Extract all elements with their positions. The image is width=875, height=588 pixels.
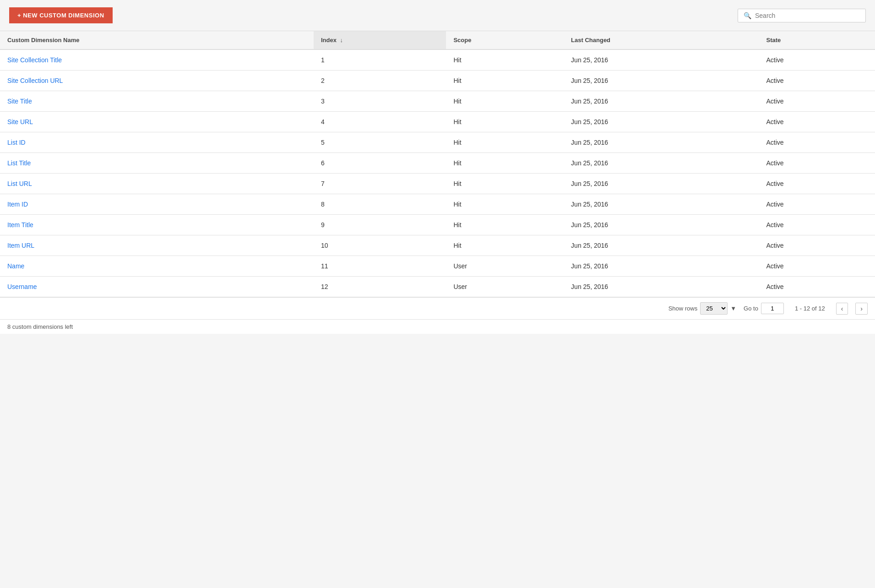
dimension-name-link[interactable]: Site URL	[7, 118, 33, 125]
row-name-cell: Site Title	[0, 91, 314, 112]
next-page-button[interactable]: ›	[855, 303, 868, 315]
row-last-changed-cell: Jun 25, 2016	[564, 71, 759, 91]
goto-input[interactable]	[761, 303, 784, 314]
row-index-cell: 11	[314, 256, 446, 277]
row-index-cell: 7	[314, 174, 446, 194]
dimension-name-link[interactable]: Item ID	[7, 201, 28, 208]
row-scope-cell: Hit	[446, 91, 564, 112]
table-row: Site Title3HitJun 25, 2016Active	[0, 91, 875, 112]
table-row: List ID5HitJun 25, 2016Active	[0, 132, 875, 153]
row-last-changed-cell: Jun 25, 2016	[564, 277, 759, 297]
toolbar: + NEW CUSTOM DIMENSION 🔍	[0, 0, 875, 31]
row-name-cell: Item URL	[0, 235, 314, 256]
row-state-cell: Active	[759, 215, 875, 235]
search-input[interactable]	[755, 12, 860, 19]
row-scope-cell: Hit	[446, 71, 564, 91]
col-header-name: Custom Dimension Name	[0, 31, 314, 49]
dimension-name-link[interactable]: Item Title	[7, 221, 33, 229]
row-index-cell: 8	[314, 194, 446, 215]
dimension-name-link[interactable]: Name	[7, 262, 24, 270]
row-scope-cell: Hit	[446, 112, 564, 132]
table-row: Item URL10HitJun 25, 2016Active	[0, 235, 875, 256]
row-last-changed-cell: Jun 25, 2016	[564, 256, 759, 277]
row-name-cell: Username	[0, 277, 314, 297]
row-scope-cell: Hit	[446, 153, 564, 174]
row-index-cell: 1	[314, 49, 446, 71]
row-last-changed-cell: Jun 25, 2016	[564, 112, 759, 132]
new-custom-dimension-button[interactable]: + NEW CUSTOM DIMENSION	[9, 7, 113, 23]
row-scope-cell: Hit	[446, 174, 564, 194]
custom-dimensions-table: Custom Dimension Name Index ↓ Scope Last…	[0, 31, 875, 297]
row-state-cell: Active	[759, 174, 875, 194]
status-bar: 8 custom dimensions left	[0, 319, 875, 334]
goto-section: Go to	[744, 303, 784, 314]
row-index-cell: 10	[314, 235, 446, 256]
dimension-name-link[interactable]: List ID	[7, 139, 26, 146]
row-name-cell: Site Collection Title	[0, 49, 314, 71]
row-scope-cell: Hit	[446, 132, 564, 153]
row-scope-cell: Hit	[446, 194, 564, 215]
table-row: List URL7HitJun 25, 2016Active	[0, 174, 875, 194]
row-last-changed-cell: Jun 25, 2016	[564, 91, 759, 112]
row-state-cell: Active	[759, 194, 875, 215]
table-row: Site URL4HitJun 25, 2016Active	[0, 112, 875, 132]
row-scope-cell: Hit	[446, 215, 564, 235]
row-name-cell: List ID	[0, 132, 314, 153]
table-row: Item Title9HitJun 25, 2016Active	[0, 215, 875, 235]
dimension-name-link[interactable]: Item URL	[7, 242, 34, 249]
row-scope-cell: User	[446, 256, 564, 277]
row-name-cell: Name	[0, 256, 314, 277]
dimension-name-link[interactable]: Site Title	[7, 98, 32, 105]
col-header-scope: Scope	[446, 31, 564, 49]
row-index-cell: 6	[314, 153, 446, 174]
table-footer: Show rows 25 10 50 100 ▼ Go to 1 - 12 of…	[0, 297, 875, 319]
row-state-cell: Active	[759, 256, 875, 277]
row-scope-cell: User	[446, 277, 564, 297]
row-name-cell: List URL	[0, 174, 314, 194]
row-index-cell: 4	[314, 112, 446, 132]
prev-page-button[interactable]: ‹	[836, 303, 848, 315]
show-rows-label: Show rows	[668, 305, 698, 312]
dimension-name-link[interactable]: Username	[7, 283, 37, 290]
col-header-last-changed: Last Changed	[564, 31, 759, 49]
col-header-index[interactable]: Index ↓	[314, 31, 446, 49]
row-state-cell: Active	[759, 153, 875, 174]
row-last-changed-cell: Jun 25, 2016	[564, 194, 759, 215]
page-info: 1 - 12 of 12	[795, 305, 825, 312]
row-state-cell: Active	[759, 235, 875, 256]
row-name-cell: List Title	[0, 153, 314, 174]
row-index-cell: 3	[314, 91, 446, 112]
row-state-cell: Active	[759, 112, 875, 132]
row-index-cell: 2	[314, 71, 446, 91]
row-last-changed-cell: Jun 25, 2016	[564, 49, 759, 71]
dimension-name-link[interactable]: Site Collection Title	[7, 56, 62, 64]
search-icon: 🔍	[744, 12, 751, 19]
table-row: Site Collection Title1HitJun 25, 2016Act…	[0, 49, 875, 71]
row-scope-cell: Hit	[446, 49, 564, 71]
table-row: List Title6HitJun 25, 2016Active	[0, 153, 875, 174]
table-header-row: Custom Dimension Name Index ↓ Scope Last…	[0, 31, 875, 49]
row-name-cell: Site Collection URL	[0, 71, 314, 91]
row-scope-cell: Hit	[446, 235, 564, 256]
show-rows-section: Show rows 25 10 50 100 ▼	[668, 302, 736, 315]
row-index-cell: 5	[314, 132, 446, 153]
row-last-changed-cell: Jun 25, 2016	[564, 153, 759, 174]
dimension-name-link[interactable]: List Title	[7, 159, 31, 167]
dimension-name-link[interactable]: Site Collection URL	[7, 77, 63, 84]
row-last-changed-cell: Jun 25, 2016	[564, 235, 759, 256]
table-row: Site Collection URL2HitJun 25, 2016Activ…	[0, 71, 875, 91]
row-state-cell: Active	[759, 277, 875, 297]
row-state-cell: Active	[759, 49, 875, 71]
status-text: 8 custom dimensions left	[7, 323, 73, 330]
rows-per-page-select[interactable]: 25 10 50 100	[700, 302, 728, 315]
row-name-cell: Item ID	[0, 194, 314, 215]
row-last-changed-cell: Jun 25, 2016	[564, 215, 759, 235]
row-index-cell: 12	[314, 277, 446, 297]
table-row: Name11UserJun 25, 2016Active	[0, 256, 875, 277]
dimension-name-link[interactable]: List URL	[7, 180, 32, 187]
row-state-cell: Active	[759, 132, 875, 153]
search-box: 🔍	[738, 9, 866, 22]
table-row: Username12UserJun 25, 2016Active	[0, 277, 875, 297]
table-row: Item ID8HitJun 25, 2016Active	[0, 194, 875, 215]
row-state-cell: Active	[759, 91, 875, 112]
